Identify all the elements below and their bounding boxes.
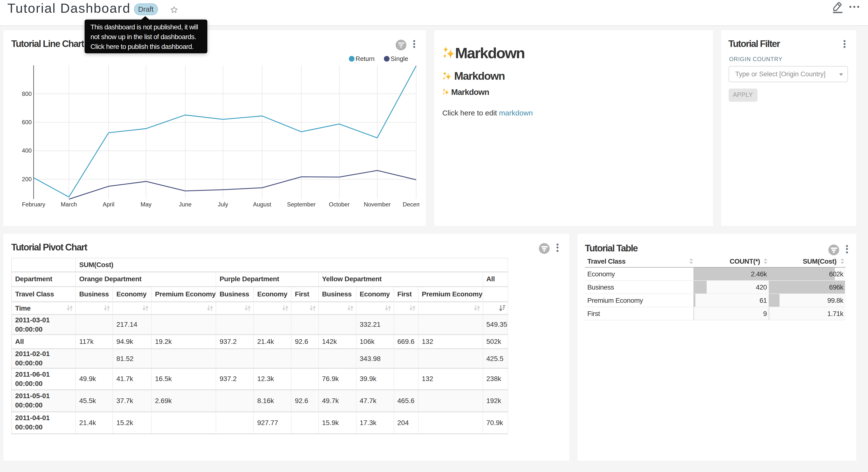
svg-text:September: September xyxy=(287,201,316,207)
svg-text:October: October xyxy=(329,201,350,207)
svg-text:400: 400 xyxy=(22,147,32,154)
svg-text:July: July xyxy=(218,201,228,207)
svg-text:800: 800 xyxy=(22,90,32,97)
svg-text:April: April xyxy=(103,201,115,207)
svg-text:August: August xyxy=(253,201,271,207)
svg-text:December: December xyxy=(403,201,420,207)
svg-text:February: February xyxy=(22,201,45,207)
svg-text:November: November xyxy=(364,201,391,207)
svg-text:Return: Return xyxy=(355,55,375,62)
svg-text:March: March xyxy=(61,201,77,207)
svg-text:June: June xyxy=(179,201,192,207)
svg-text:600: 600 xyxy=(22,119,32,125)
svg-text:Single: Single xyxy=(391,55,408,62)
svg-text:May: May xyxy=(141,201,152,207)
svg-text:200: 200 xyxy=(22,176,32,182)
